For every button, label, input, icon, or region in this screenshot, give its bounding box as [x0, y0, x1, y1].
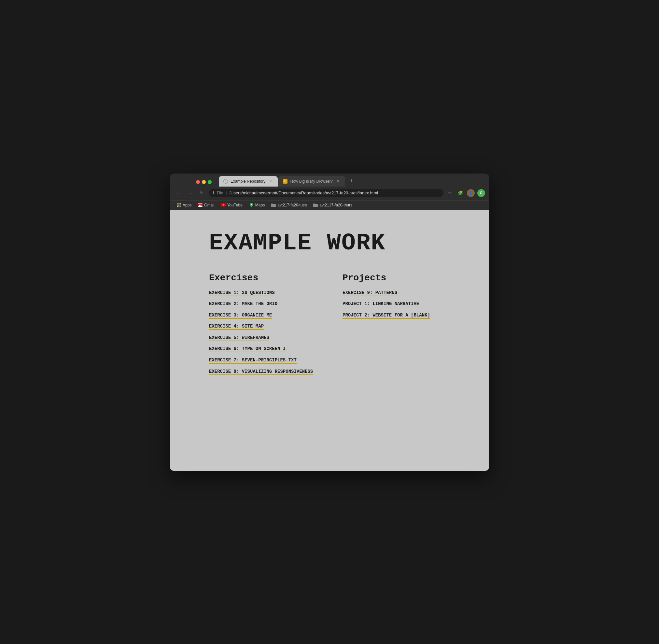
exercise-6-link[interactable]: EXERCISE 6: TYPE ON SCREEN I	[209, 346, 286, 352]
svg-rect-4	[178, 205, 179, 206]
svg-rect-1	[178, 203, 179, 205]
browser-window: Example Repository ✕ H How Big Is My Bro…	[170, 174, 489, 471]
title-bar: Example Repository ✕ H How Big Is My Bro…	[170, 174, 489, 210]
content-columns: Exercises EXERCISE 1: 20 QUESTIONS EXERC…	[209, 273, 450, 380]
url-path: /Users/michaelmcdermott/Documents/Reposi…	[229, 190, 439, 196]
address-input[interactable]: ℹ File | /Users/michaelmcdermott/Documen…	[209, 189, 444, 197]
bookmark-maps[interactable]: Maps	[247, 202, 267, 208]
exercise-2-link[interactable]: EXERCISE 2: MAKE THE GRID	[209, 301, 277, 307]
list-item: PROJECT 2: WEBSITE FOR A [BLANK]	[342, 312, 450, 319]
extensions-icon[interactable]: 🧩	[456, 189, 464, 197]
exercise-4-link[interactable]: EXERCISE 4: SITE MAP	[209, 324, 264, 330]
bookmarks-bar: Apps Gmail	[170, 200, 489, 210]
projects-list: EXERCISE 9: PATTERNS PROJECT 1: LINKING …	[342, 290, 450, 323]
maximize-button[interactable]	[208, 180, 212, 184]
svg-rect-2	[180, 203, 181, 205]
profile-avatar[interactable]: 👤	[467, 189, 475, 197]
gmail-icon	[198, 203, 203, 207]
address-bar-icons: ☆ 🧩 👤 G	[446, 189, 485, 197]
exercise-1-link[interactable]: EXERCISE 1: 20 QUESTIONS	[209, 290, 275, 296]
separator: |	[226, 191, 227, 196]
svg-rect-3	[177, 205, 178, 206]
tab-title: Example Repository	[230, 179, 265, 184]
address-bar: ← → ↻ ℹ File | /Users/michaelmcdermott/D…	[170, 187, 489, 200]
sync-avatar[interactable]: G	[477, 189, 485, 197]
folder-icon-1	[271, 203, 276, 207]
bookmark-apps-label: Apps	[183, 203, 191, 207]
list-item: EXERCISE 7: SEVEN-PRINCIPLES.TXT	[209, 357, 317, 364]
list-item: EXERCISE 8: VISUALIZING RESPONSIVENESS	[209, 368, 317, 375]
tab-example-repository[interactable]: Example Repository ✕	[219, 176, 278, 187]
exercise-8-link[interactable]: EXERCISE 8: VISUALIZING RESPONSIVENESS	[209, 369, 313, 375]
protocol-label: File	[217, 191, 223, 196]
close-button[interactable]	[196, 180, 200, 184]
bookmark-maps-label: Maps	[255, 203, 265, 207]
projects-heading: Projects	[342, 273, 450, 283]
project-exercise9-link[interactable]: EXERCISE 9: PATTERNS	[342, 290, 397, 296]
info-icon: ℹ	[213, 191, 214, 195]
list-item: EXERCISE 2: MAKE THE GRID	[209, 300, 317, 307]
bookmark-avt2117[interactable]: avt2117-fa20-thurs	[311, 202, 355, 208]
bookmark-avt217[interactable]: avt217-fa20-tues	[269, 202, 309, 208]
list-item: EXERCISE 9: PATTERNS	[342, 290, 450, 296]
back-button[interactable]: ←	[174, 188, 183, 198]
bookmark-apps[interactable]: Apps	[174, 202, 194, 208]
exercise-7-link[interactable]: EXERCISE 7: SEVEN-PRINCIPLES.TXT	[209, 358, 297, 364]
tab-how-big[interactable]: H How Big Is My Browser? ✕	[278, 176, 345, 187]
new-tab-button[interactable]: +	[347, 177, 356, 186]
bookmark-gmail[interactable]: Gmail	[195, 202, 217, 208]
maps-icon	[249, 203, 254, 207]
bookmark-star-icon[interactable]: ☆	[446, 189, 454, 197]
tab-favicon-globe	[223, 179, 228, 184]
tab-close-button[interactable]: ✕	[268, 179, 273, 184]
tabs-row: Example Repository ✕ H How Big Is My Bro…	[170, 174, 489, 187]
exercises-list: EXERCISE 1: 20 QUESTIONS EXERCISE 2: MAK…	[209, 290, 317, 380]
tab-title-2: How Big Is My Browser?	[290, 179, 333, 184]
exercise-5-link[interactable]: EXERCISE 5: WIREFRAMES	[209, 335, 269, 341]
list-item: EXERCISE 1: 20 QUESTIONS	[209, 290, 317, 296]
exercises-heading: Exercises	[209, 273, 317, 283]
folder-icon-2	[313, 203, 318, 207]
svg-point-12	[251, 204, 252, 205]
svg-rect-0	[177, 203, 178, 205]
list-item: EXERCISE 4: SITE MAP	[209, 323, 317, 330]
svg-rect-6	[177, 206, 178, 207]
forward-button[interactable]: →	[186, 188, 195, 198]
minimize-button[interactable]	[202, 180, 206, 184]
apps-icon	[177, 203, 181, 207]
svg-rect-8	[180, 206, 181, 207]
page-title: EXAMPLE WORK	[209, 230, 450, 257]
page-content: EXAMPLE WORK Exercises EXERCISE 1: 20 QU…	[170, 210, 489, 471]
exercises-column: Exercises EXERCISE 1: 20 QUESTIONS EXERC…	[209, 273, 317, 380]
project-1-link[interactable]: PROJECT 1: LINKING NARRATIVE	[342, 301, 419, 307]
refresh-button[interactable]: ↻	[197, 188, 206, 198]
projects-column: Projects EXERCISE 9: PATTERNS PROJECT 1:…	[342, 273, 450, 380]
tab-favicon-yellow: H	[283, 179, 288, 184]
bookmark-youtube[interactable]: YouTube	[219, 202, 245, 208]
list-item: EXERCISE 3: ORGANIZE ME	[209, 312, 317, 319]
bookmark-youtube-label: YouTube	[227, 203, 243, 207]
bookmark-avt217-label: avt217-fa20-tues	[277, 203, 307, 207]
exercise-3-link[interactable]: EXERCISE 3: ORGANIZE ME	[209, 313, 272, 319]
svg-rect-5	[180, 205, 181, 206]
project-2-link[interactable]: PROJECT 2: WEBSITE FOR A [BLANK]	[342, 313, 430, 319]
bookmark-gmail-label: Gmail	[204, 203, 214, 207]
list-item: EXERCISE 5: WIREFRAMES	[209, 335, 317, 341]
list-item: PROJECT 1: LINKING NARRATIVE	[342, 300, 450, 307]
bookmark-avt2117-label: avt2117-fa20-thurs	[319, 203, 352, 207]
list-item: EXERCISE 6: TYPE ON SCREEN I	[209, 345, 317, 352]
youtube-icon	[221, 203, 226, 207]
tab-close-button-2[interactable]: ✕	[335, 179, 341, 184]
svg-rect-7	[178, 206, 179, 207]
